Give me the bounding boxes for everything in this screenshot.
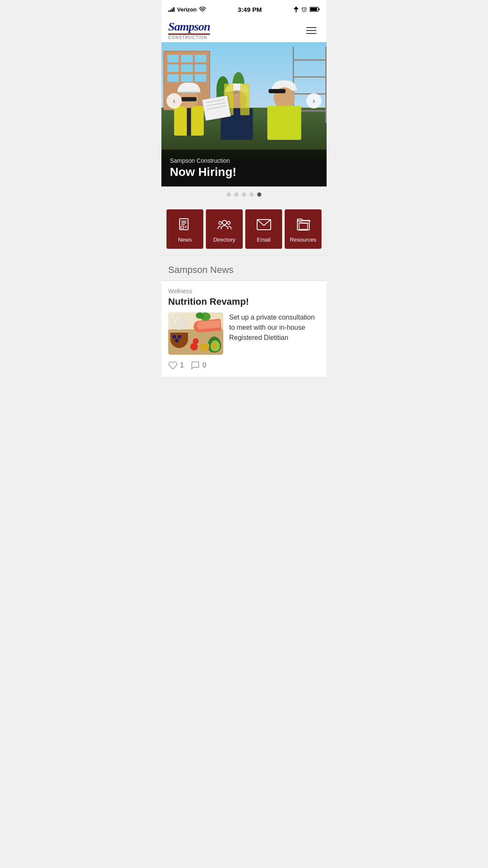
logo-sub-text: Construction: [168, 35, 208, 40]
battery-icon: [310, 7, 320, 12]
svg-point-0: [202, 11, 203, 12]
news-section-header: Sampson News: [161, 256, 327, 281]
comment-button[interactable]: 0: [191, 361, 206, 370]
resources-action-button[interactable]: Resources: [285, 209, 322, 249]
status-right: [294, 6, 320, 12]
directory-action-button[interactable]: Directory: [206, 209, 243, 249]
svg-point-14: [227, 222, 230, 225]
carousel-dot-3[interactable]: [242, 192, 246, 197]
carrier-label: Verizon: [177, 6, 197, 13]
chevron-left-icon: ‹: [173, 97, 175, 106]
like-button[interactable]: 1: [168, 361, 184, 370]
status-left: Verizon: [168, 6, 206, 13]
svg-rect-16: [299, 223, 308, 229]
carousel-dot-2[interactable]: [234, 192, 238, 197]
svg-rect-3: [310, 8, 317, 11]
news-icon: [177, 217, 193, 232]
carousel-dot-4[interactable]: [250, 192, 254, 197]
svg-rect-9: [181, 226, 184, 228]
company-logo: Sampson Construction: [168, 21, 210, 40]
signal-icon: [168, 7, 175, 12]
article-content: Set up a private consultation to meet wi…: [168, 312, 320, 355]
news-action-label: News: [178, 236, 192, 243]
hamburger-button[interactable]: [303, 24, 320, 37]
carousel-dots: [161, 186, 327, 203]
svg-point-13: [219, 222, 222, 225]
hero-slide-title: Now Hiring!: [170, 166, 318, 179]
alarm-icon: [301, 6, 307, 12]
article-thumbnail: [168, 312, 223, 355]
email-action-button[interactable]: Email: [245, 209, 282, 249]
svg-rect-4: [319, 8, 319, 10]
chevron-right-icon: ›: [313, 97, 315, 106]
hamburger-line: [306, 30, 316, 31]
hero-image: [161, 42, 327, 161]
heart-icon: [168, 361, 177, 370]
news-article-item[interactable]: Wellness Nutrition Revamp!: [161, 281, 327, 377]
location-icon: [294, 6, 299, 12]
hamburger-line: [306, 27, 316, 28]
hero-slide-subtitle: Sampson Construction: [170, 157, 318, 164]
carousel-prev-button[interactable]: ‹: [166, 93, 182, 108]
email-icon: [256, 217, 272, 232]
hero-carousel: Sampson Construction Now Hiring! ‹ ›: [161, 42, 327, 186]
article-category: Wellness: [168, 288, 320, 295]
status-bar: Verizon 3:49 PM: [161, 0, 327, 19]
hamburger-line: [306, 33, 316, 34]
carousel-dot-5[interactable]: [257, 192, 261, 197]
hero-caption: Sampson Construction Now Hiring!: [161, 150, 327, 186]
directory-icon: [217, 217, 232, 232]
email-action-label: Email: [257, 236, 271, 243]
news-articles-list: Wellness Nutrition Revamp!: [161, 281, 327, 377]
quick-actions-grid: News Directory Email: [161, 203, 327, 256]
resources-icon: [296, 217, 311, 232]
news-action-button[interactable]: News: [166, 209, 203, 249]
article-excerpt: Set up a private consultation to meet wi…: [229, 312, 320, 355]
comment-count: 0: [202, 362, 206, 369]
news-section-title: Sampson News: [168, 264, 320, 275]
directory-action-label: Directory: [213, 236, 235, 243]
resources-action-label: Resources: [290, 236, 316, 243]
svg-point-12: [222, 220, 227, 225]
logo-underline: [168, 33, 210, 35]
wifi-icon: [199, 7, 206, 12]
status-time: 3:49 PM: [238, 6, 262, 13]
navbar: Sampson Construction: [161, 19, 327, 42]
like-count: 1: [180, 362, 184, 369]
logo-main-text: Sampson: [168, 21, 210, 33]
article-actions: 1 0: [168, 361, 320, 370]
comment-icon: [191, 361, 200, 370]
carousel-dot-1[interactable]: [227, 192, 231, 197]
carousel-next-button[interactable]: ›: [306, 93, 322, 108]
article-title: Nutrition Revamp!: [168, 296, 320, 307]
